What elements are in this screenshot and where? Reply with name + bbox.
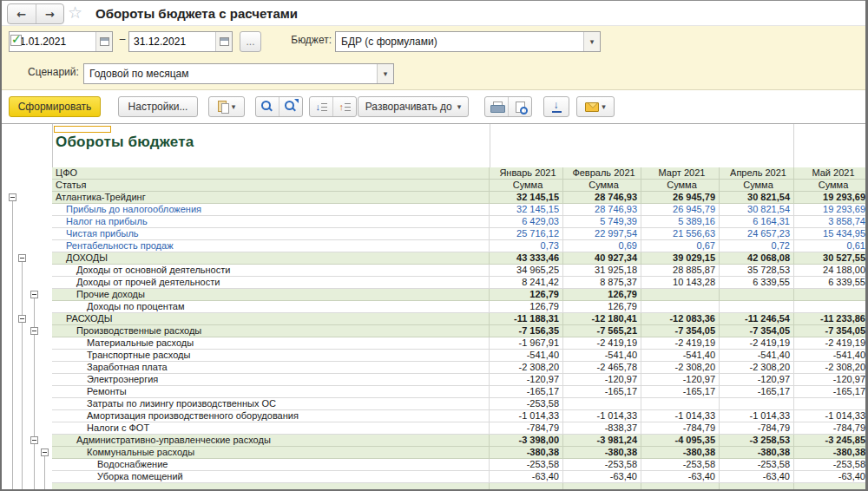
budget-dropdown-button[interactable]: ▾ (583, 32, 600, 51)
forward-button[interactable]: → (36, 4, 64, 23)
favorite-star-icon[interactable]: ☆ (68, 3, 82, 23)
expand-all-button[interactable]: ↑ (332, 97, 356, 116)
amount-cell[interactable]: -380,38 (490, 447, 563, 459)
amount-cell[interactable]: 0,69 (563, 240, 641, 252)
search-button[interactable] (256, 97, 279, 116)
row-label[interactable]: Ремонты (52, 386, 490, 398)
amount-cell[interactable]: -3 245,85 (794, 435, 865, 447)
collapse-expander-icon[interactable] (18, 315, 26, 323)
amount-cell[interactable]: -3 398,00 (490, 435, 563, 447)
amount-cell[interactable]: 8 241,42 (490, 277, 563, 289)
amount-cell[interactable]: -11 246,54 (720, 313, 794, 325)
amount-cell[interactable]: -120,97 (641, 374, 720, 386)
amount-cell[interactable]: -2 419,19 (563, 337, 641, 350)
column-header-month[interactable]: Апрель 2021 (720, 167, 794, 180)
collapse-all-button[interactable]: ↓ (310, 97, 332, 116)
amount-cell[interactable]: -541,40 (641, 350, 720, 362)
amount-cell[interactable]: 34 965,25 (490, 265, 563, 277)
row-label[interactable]: Электроэнергия (52, 374, 490, 386)
amount-cell[interactable]: -120,97 (720, 374, 794, 386)
scenario-dropdown-button[interactable]: ▾ (377, 64, 393, 83)
row-label[interactable]: Доходы по процентам (52, 301, 490, 313)
amount-cell[interactable]: 26 945,79 (641, 204, 720, 216)
amount-cell[interactable]: -2 308,20 (641, 362, 720, 374)
amount-cell[interactable]: 19 293,69 (794, 204, 865, 216)
amount-cell[interactable]: -380,38 (641, 447, 720, 459)
amount-cell[interactable]: -165,17 (794, 386, 865, 398)
amount-cell[interactable] (641, 289, 720, 301)
amount-cell[interactable]: 28 746,93 (563, 204, 641, 216)
row-label[interactable] (52, 483, 490, 489)
amount-cell[interactable] (794, 483, 865, 489)
amount-cell[interactable] (794, 301, 865, 313)
row-label[interactable]: Уборка помещений (52, 471, 490, 483)
amount-cell[interactable]: -7 354,05 (641, 325, 720, 337)
amount-cell[interactable]: 5 389,16 (641, 216, 720, 228)
period-more-button[interactable]: ... (240, 31, 261, 52)
collapse-expander-icon[interactable] (30, 291, 38, 298)
amount-cell[interactable]: -2 308,20 (490, 362, 563, 374)
row-label[interactable]: РАСХОДЫ (52, 313, 490, 325)
amount-cell[interactable]: -1 014,33 (563, 410, 641, 422)
amount-cell[interactable] (720, 289, 794, 301)
amount-cell[interactable]: -12 180,41 (563, 313, 641, 325)
amount-cell[interactable]: 126,79 (563, 301, 641, 313)
amount-cell[interactable]: -2 419,19 (794, 337, 865, 350)
column-header-month[interactable]: Январь 2021 (490, 167, 563, 180)
amount-cell[interactable]: -7 156,35 (490, 325, 563, 337)
scenario-checkbox[interactable]: ✓ (10, 35, 22, 46)
amount-cell[interactable]: -253,58 (490, 398, 563, 410)
amount-cell[interactable]: 0,72 (720, 240, 794, 252)
column-header-amount[interactable]: Сумма (720, 180, 794, 192)
column-header-cfo[interactable]: ЦФО (52, 167, 490, 180)
amount-cell[interactable] (641, 301, 720, 313)
amount-cell[interactable]: -63,40 (563, 471, 641, 483)
amount-cell[interactable]: -380,38 (720, 447, 794, 459)
amount-cell[interactable]: 126,79 (490, 289, 563, 301)
amount-cell[interactable]: 6 339,55 (794, 277, 865, 289)
collapse-expander-icon[interactable] (9, 193, 16, 201)
row-label[interactable]: Производственные расходы (52, 325, 490, 337)
amount-cell[interactable]: -1 014,33 (794, 410, 865, 422)
amount-cell[interactable]: 0,67 (641, 240, 720, 252)
row-label[interactable]: ДОХОДЫ (52, 252, 490, 265)
amount-cell[interactable] (563, 398, 641, 410)
amount-cell[interactable]: -7 354,05 (794, 325, 865, 337)
row-label[interactable]: Атлантика-Трейдинг (52, 192, 490, 204)
column-header-month[interactable]: Февраль 2021 (563, 167, 641, 180)
amount-cell[interactable]: 126,79 (563, 289, 641, 301)
collapse-expander-icon[interactable] (30, 327, 38, 335)
row-label[interactable]: Доходы от прочей деятельности (52, 277, 490, 289)
collapse-expander-icon[interactable] (18, 254, 26, 262)
settings-button[interactable]: Настройки... (118, 96, 198, 117)
search-next-button[interactable] (279, 97, 302, 116)
amount-cell[interactable]: -63,40 (641, 471, 720, 483)
amount-cell[interactable]: 19 293,69 (794, 192, 865, 204)
amount-cell[interactable]: -253,58 (563, 459, 641, 471)
amount-cell[interactable]: -120,97 (794, 374, 865, 386)
amount-cell[interactable]: 32 145,15 (490, 192, 563, 204)
amount-cell[interactable]: 0,73 (490, 240, 563, 252)
amount-cell[interactable]: 31 925,18 (563, 265, 641, 277)
amount-cell[interactable]: -3 981,24 (563, 435, 641, 447)
period-from-input[interactable] (10, 36, 95, 48)
row-label[interactable]: Административно-управленческие расходы (52, 435, 490, 447)
amount-cell[interactable]: -2 419,19 (720, 337, 794, 350)
amount-cell[interactable]: -165,17 (720, 386, 794, 398)
row-label[interactable]: Материальные расходы (52, 337, 490, 350)
column-header-month[interactable]: Март 2021 (641, 167, 720, 180)
row-label[interactable]: Амортизация производственного оборудован… (52, 410, 490, 422)
row-label[interactable]: Прибыль до налогообложения (52, 204, 490, 216)
amount-cell[interactable]: 6 339,55 (720, 277, 794, 289)
amount-cell[interactable]: -1 014,33 (641, 410, 720, 422)
generate-button[interactable]: Сформировать (9, 96, 101, 117)
amount-cell[interactable]: -1 014,33 (720, 410, 794, 422)
amount-cell[interactable]: -380,38 (794, 447, 865, 459)
row-label[interactable]: Доходы от основной деятельности (52, 265, 490, 277)
amount-cell[interactable]: -3 258,53 (720, 435, 794, 447)
row-label[interactable]: Водоснабжение (52, 459, 490, 471)
amount-cell[interactable]: -1 967,91 (490, 337, 563, 350)
amount-cell[interactable]: -63,40 (720, 471, 794, 483)
calendar-button[interactable] (215, 32, 232, 51)
budget-combo[interactable]: БДР (с формулами) ▾ (335, 31, 601, 52)
